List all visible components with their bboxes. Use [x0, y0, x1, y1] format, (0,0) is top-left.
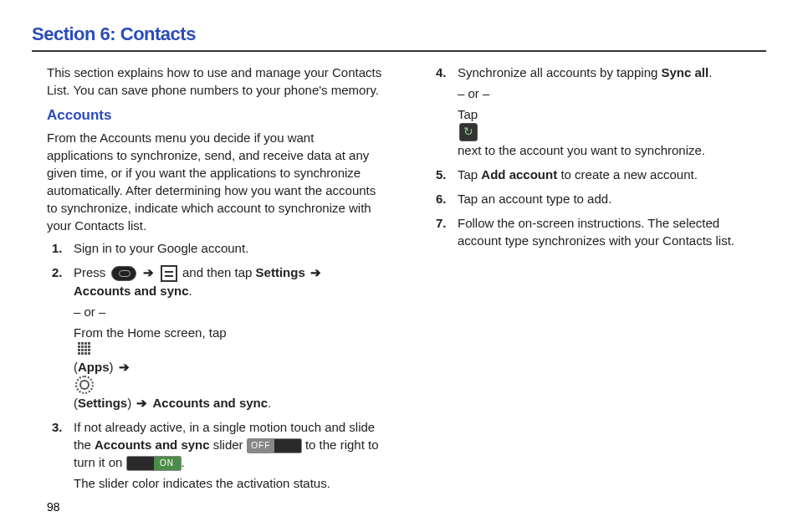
menu-button-icon [161, 265, 177, 282]
step-text-part: to create a new account. [560, 167, 697, 182]
slider-on-icon: ON [126, 456, 182, 471]
step-number: 4. [436, 64, 447, 81]
step-text-part: next to the account you want to synchron… [458, 143, 705, 157]
step-text: Sign in to your Google account. [74, 241, 248, 255]
step-text-part: The slider color indicates the activatio… [74, 474, 382, 492]
settings-label: Settings [78, 396, 127, 410]
settings-label: Settings [256, 265, 305, 279]
settings-icon [75, 376, 94, 394]
step-3: 3. If not already active, in a single mo… [52, 418, 382, 492]
steps-list-left: 1. Sign in to your Google account. 2. Pr… [52, 239, 382, 492]
divider [32, 50, 766, 52]
home-button-icon [111, 266, 136, 281]
step-text-part: Tap [458, 167, 481, 182]
slider-handle [127, 457, 154, 470]
apps-icon [75, 341, 92, 358]
sync-all-label: Sync all [661, 65, 708, 79]
add-account-label: Add account [481, 167, 557, 182]
step-number: 3. [52, 418, 63, 436]
step-number: 5. [436, 166, 447, 183]
alt-path: Tap next to the account you want to sync… [458, 105, 766, 159]
arrow-icon: ➔ [309, 265, 323, 279]
slider-off-icon: OFF [247, 438, 302, 453]
accounts-sync-label: Accounts and sync [153, 396, 269, 410]
section-title: Section 6: Contacts [32, 23, 766, 45]
slider-handle [274, 439, 301, 453]
step-number: 6. [436, 190, 447, 207]
step-1: 1. Sign in to your Google account. [52, 239, 382, 257]
accounts-sync-label: Accounts and sync [74, 284, 189, 298]
sync-icon [459, 123, 478, 141]
accounts-intro: From the Accounts menu you decide if you… [47, 129, 382, 234]
step-text-part: Press [74, 265, 110, 279]
step-text-part: From the Home screen, tap [74, 325, 227, 340]
content-columns: This section explains how to use and man… [32, 64, 766, 499]
arrow-icon: ➔ [117, 360, 131, 374]
step-text-part: slider [213, 437, 247, 452]
arrow-icon: ➔ [141, 265, 156, 279]
page-number: 98 [47, 500, 60, 514]
step-5: 5. Tap Add account to create a new accou… [436, 166, 766, 183]
step-7: 7. Follow the on-screen instructions. Th… [436, 214, 766, 249]
or-text: – or – [458, 84, 766, 102]
arrow-icon: ➔ [135, 396, 149, 410]
or-text: – or – [74, 303, 382, 320]
accounts-heading: Accounts [47, 105, 382, 125]
step-4: 4. Synchronize all accounts by tapping S… [436, 64, 766, 159]
alt-path: From the Home screen, tap (Apps) ➔ (Sett… [74, 324, 382, 412]
slider-off-label: OFF [248, 439, 274, 453]
steps-list-right: 4. Synchronize all accounts by tapping S… [436, 64, 766, 249]
step-text: Follow the on-screen instructions. The s… [458, 216, 734, 248]
step-text-part: Tap [458, 107, 478, 121]
step-number: 7. [436, 214, 447, 232]
step-number: 1. [52, 239, 63, 257]
step-text: Tap an account type to add. [458, 192, 611, 206]
slider-on-label: ON [154, 457, 181, 470]
right-column: 4. Synchronize all accounts by tapping S… [416, 64, 766, 499]
apps-label: Apps [78, 360, 110, 374]
step-2: 2. Press ➔ and then tap Settings ➔ Accou… [52, 263, 382, 412]
step-number: 2. [52, 263, 63, 281]
step-text-part: Synchronize all accounts by tapping [458, 65, 661, 79]
step-6: 6. Tap an account type to add. [436, 190, 766, 207]
step-text-part: and then tap [182, 265, 256, 279]
intro-text: This section explains how to use and man… [47, 64, 382, 99]
accounts-sync-label: Accounts and sync [95, 437, 210, 452]
left-column: This section explains how to use and man… [32, 64, 382, 499]
